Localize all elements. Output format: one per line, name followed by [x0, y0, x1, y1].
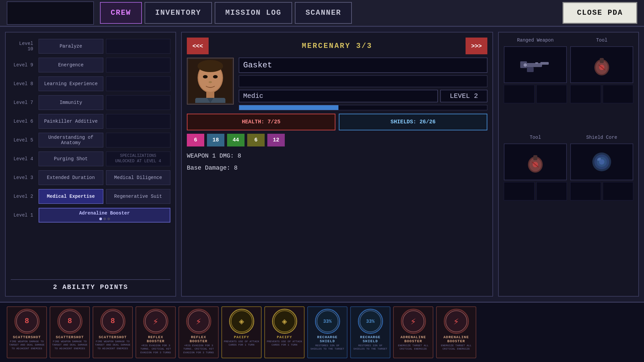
scattershot-1-icon: 8 [14, 309, 40, 334]
scattershot-3-name: SCATTERSHOT [99, 335, 127, 339]
ranged-weapon-sub-1[interactable] [504, 85, 535, 103]
tool-title-1: Tool [570, 38, 633, 43]
shield-core-group: Shield Core [570, 135, 633, 229]
ranged-weapon-sub-2[interactable] [536, 85, 567, 103]
ranged-weapon-main-slot[interactable] [504, 46, 567, 83]
ability-reflex-2[interactable]: ⚡ REFLEX BOOSTER +RIG EVASION FOR 3 TURN… [178, 306, 219, 358]
xp-bar-container [239, 105, 487, 110]
ability-scattershot-3[interactable]: 8 SCATTERSHOT FIRE WEAPON DAMAGE TO TARG… [93, 306, 133, 358]
char-portrait [187, 58, 234, 105]
ranged-weapon-sub-slots [504, 85, 567, 103]
scattershot-2-desc: FIRE WEAPON DAMAGE TO TARGET AND DEAL DA… [52, 340, 88, 350]
badge-purple: 12 [267, 134, 285, 146]
purging-shot-skill[interactable]: Purging Shot [39, 152, 103, 166]
base-damage-line: Base Damage: 8 [187, 162, 487, 174]
shield-sub-2[interactable] [603, 182, 634, 200]
adrenaline-1-icon: ⚡ [401, 309, 426, 334]
skill-row-level6: Level 6 Painkiller Additive [11, 113, 170, 130]
tool-main-slot-2[interactable] [504, 143, 567, 180]
tool-sub-slots-2 [504, 182, 567, 200]
dot-2 [103, 218, 106, 220]
xp-bar-fill [239, 105, 338, 110]
crew-tab[interactable]: CREW [100, 2, 142, 24]
medical-diligence-skill[interactable]: Medical Diligence [106, 170, 171, 185]
regenerative-suit-skill[interactable]: Regenerative Suit [106, 189, 171, 204]
scattershot-1-name: SCATTERSHOT [13, 335, 41, 339]
mission-log-tab[interactable]: MISSION LOG [215, 2, 292, 24]
ability-pacify-1[interactable]: ◈ PACIFY PREVENTS USE OF ATTACK CARDS FO… [221, 306, 262, 358]
tool-sub-2b[interactable] [536, 182, 567, 200]
level-2-label: Level 2 [11, 194, 36, 199]
level-7-label: Level 7 [11, 100, 36, 105]
level-4-label: Level 4 [11, 156, 36, 162]
skill-row-level10: Level 10 Paralyze [11, 38, 170, 55]
shield-core-title: Shield Core [570, 135, 633, 140]
badge-green: 44 [227, 134, 245, 146]
scattershot-2-name: SCATTERSHOT [56, 335, 84, 339]
inventory-tab[interactable]: INVENTORY [145, 2, 212, 24]
char-class-input[interactable] [239, 90, 438, 102]
scattershot-3-desc: FIRE WEAPON DAMAGE TO TARGET AND DEAL DA… [95, 340, 130, 350]
pacify-1-name: PACIFY [234, 335, 249, 339]
skills-panel: Level 10 Paralyze Level 9 Energence Leve… [5, 32, 176, 297]
paralyze-skill[interactable]: Paralyze [39, 39, 103, 54]
scanner-tab[interactable]: SCANNER [295, 2, 352, 24]
ability-recharge-2[interactable]: 33% RECHARGE SHIELD RESTORES 33% OF SHIE… [350, 306, 390, 358]
skill-empty-8 [106, 76, 171, 91]
dot-3 [107, 218, 110, 220]
learning-experience-skill[interactable]: Learning Experience [39, 76, 103, 91]
char-level-input[interactable] [440, 90, 487, 102]
skill-row-level3: Level 3 Extended Duration Medical Dilige… [11, 169, 170, 186]
char-name-input[interactable] [239, 58, 487, 73]
pacify-2-desc: PREVENTS USE OF ATTACK CARDS FOR 1 TURN [267, 340, 302, 347]
level-8-label: Level 8 [11, 81, 36, 86]
energence-skill[interactable]: Energence [39, 58, 103, 72]
ability-recharge-1[interactable]: 33% RECHARGE SHIELD RESTORES 33% OF SHIE… [307, 306, 347, 358]
level-3-label: Level 3 [11, 175, 36, 180]
inner-ring [231, 310, 253, 332]
ability-adrenaline-1[interactable]: ⚡ ADRENALINE BOOSTER ENERGIZE TARGET ALL… [393, 306, 433, 358]
ability-reflex-1[interactable]: ⚡ REFLEX BOOSTER +RIG EVASION FOR 3 TURN… [136, 306, 176, 358]
shield-sub-1[interactable] [570, 182, 601, 200]
painkiller-additive-skill[interactable]: Painkiller Additive [39, 114, 103, 129]
ability-pacify-2[interactable]: ◈ PACIFY PREVENTS USE OF ATTACK CARDS FO… [264, 306, 305, 358]
reflex-1-name: REFLEX BOOSTER [138, 335, 173, 343]
scattershot-2-value: 8 [67, 317, 72, 325]
shield-core-main-slot[interactable] [570, 143, 633, 180]
badge-teal: 18 [207, 134, 224, 146]
scattershot-1-desc: FIRE WEAPON DAMAGE TO TARGET AND DEAL DA… [9, 340, 45, 350]
tool-main-slot-1[interactable] [570, 46, 633, 83]
medical-expertise-skill[interactable]: Medical Expertise [39, 189, 103, 204]
ability-scattershot-2[interactable]: 8 SCATTERSHOT FIRE WEAPON DAMAGE TO TARG… [50, 306, 90, 358]
adrenaline-booster-skill[interactable]: Adrenaline Booster [39, 208, 170, 223]
ability-scattershot-1[interactable]: 8 SCATTERSHOT FIRE WEAPON DAMAGE TO TARG… [7, 306, 47, 358]
weapon-info: WEAPON 1 DMG: 8 Base Damage: 8 [187, 150, 487, 174]
character-panel: <<< MERCENARY 3/3 >>> [181, 32, 493, 297]
close-pda-button[interactable]: CLOSE PDA [562, 2, 637, 24]
inner-ring [445, 310, 467, 332]
skill-empty-10 [106, 39, 171, 54]
tool-sub-1b[interactable] [603, 85, 634, 103]
char-subtitle-bar [239, 75, 487, 87]
pacify-1-icon: ◈ [229, 309, 254, 334]
skill-row-level2: Level 2 Medical Expertise Regenerative S… [11, 188, 170, 205]
ability-adrenaline-2[interactable]: ⚡ ADRENALINE BOOSTER ENERGIZE TARGET ALL… [436, 306, 476, 358]
color-badges: 6 18 44 6 12 [187, 134, 487, 146]
adrenaline-2-name: ADRENALINE BOOSTER [438, 335, 474, 343]
next-char-button[interactable]: >>> [466, 38, 487, 54]
logo-area [7, 1, 94, 25]
tool-title-2: Tool [504, 135, 567, 140]
scattershot-3-value: 8 [110, 317, 115, 325]
reflex-2-desc: +RIG EVASION FOR 3 TURNS. CRITICAL HIT E… [181, 344, 216, 354]
prev-char-button[interactable]: <<< [187, 38, 209, 54]
extended-duration-skill[interactable]: Extended Duration [39, 170, 103, 185]
adrenaline-1-desc: ENERGIZE TARGET ALL CRITICAL ENERGIZE [395, 344, 431, 351]
immunity-skill[interactable]: Immunity [39, 95, 103, 110]
understanding-anatomy-skill[interactable]: Understanding of Anatomy [39, 133, 103, 147]
char-title: MERCENARY 3/3 [212, 42, 462, 50]
tool-sub-1a[interactable] [570, 85, 601, 103]
tool-sub-2a[interactable] [504, 182, 535, 200]
level-1-label: Level 1 [11, 213, 36, 218]
level-10-label: Level 10 [11, 41, 36, 52]
reflex-1-icon: ⚡ [143, 309, 168, 334]
